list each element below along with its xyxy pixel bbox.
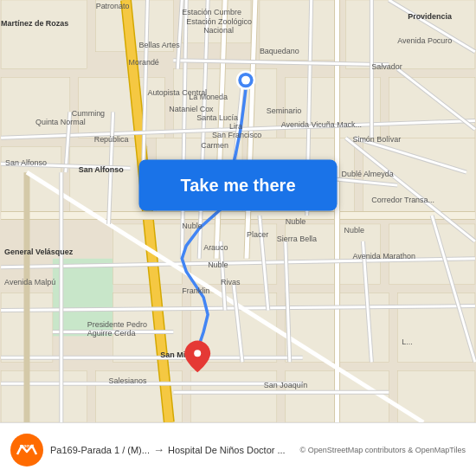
map-label-rivas: Rivas <box>221 278 241 286</box>
arrow-icon: → <box>153 443 164 456</box>
map-label-duble: Dublé Almeyda <box>342 170 394 178</box>
map-label-nuble: Nuble <box>182 222 202 230</box>
app: Providencia Avenida Pocuro Salvador Simó… <box>0 0 476 476</box>
svg-rect-6 <box>1 78 70 138</box>
map-label-santa-lucia: Santa Lucía <box>196 113 238 122</box>
map-label-corredor: Corredor Transa... <box>371 196 434 204</box>
map-label-nuble2: Nuble <box>286 217 306 226</box>
moovit-logo: moovit <box>10 434 43 466</box>
map-label-baquedano: Baquedano <box>260 47 299 55</box>
map-label-la-moneda: La Moneda <box>189 93 228 101</box>
take-me-there-button[interactable]: Take me there <box>138 160 337 211</box>
map-label-salesianos: Salesianos <box>109 376 147 385</box>
route-info: Pa169-Parada 1 / (M)... → Hospital De Ni… <box>50 443 293 456</box>
svg-rect-5 <box>345 0 474 69</box>
map-label-aguirre: Aguirre Cerda <box>87 329 136 338</box>
bottom-bar: moovit Pa169-Parada 1 / (M)... → Hospita… <box>0 422 476 476</box>
svg-rect-10 <box>389 78 475 138</box>
svg-point-96 <box>10 434 43 466</box>
map-label-malpú: Avenida Malpú <box>4 278 55 286</box>
map-label-republica: República <box>94 135 129 144</box>
dest-marker-inner <box>194 350 201 357</box>
svg-rect-25 <box>1 370 87 422</box>
map-label-morande: Morandé <box>129 58 159 67</box>
map-label-pocuro: Avenida Pocuro <box>397 36 452 45</box>
map-label-estacion-cumbre: Estación Cumbre <box>182 8 241 16</box>
map-label-carmen: Carmen <box>201 141 228 150</box>
map-label-sierra: Sierra Bella <box>277 235 317 243</box>
map-label-general-velasquez: General Velásquez <box>4 248 74 256</box>
svg-rect-27 <box>190 370 277 422</box>
map-label-providencia: Providencia <box>408 12 453 21</box>
origin-marker-inner <box>241 76 250 85</box>
origin-text: Pa169-Parada 1 / (M)... <box>50 445 150 455</box>
map-label-quinta: Quinta Normal <box>35 118 86 126</box>
osm-attribution: © OpenStreetMap contributors & OpenMapTi… <box>300 446 466 454</box>
map-label-san-francisco: San Francisco <box>212 131 261 139</box>
destination-text: Hospital De Niños Doctor ... <box>168 445 286 455</box>
map-label-franklin: Franklin <box>182 286 209 295</box>
map-container: Providencia Avenida Pocuro Salvador Simó… <box>0 0 476 422</box>
map-label-presidente: Presidente Pedro <box>87 320 147 329</box>
map-label-san-alfonso2: San Alfonso <box>79 165 124 174</box>
map-label-simon-bolivar: Simón Bolívar <box>352 135 401 144</box>
map-label-estacion-zoo: Estación Zoológico <box>186 17 252 26</box>
map-label-san-joaquin: San Joaquín <box>264 381 307 389</box>
map-label-martinez: Martínez de Rozas <box>1 19 68 28</box>
map-label-nacional: Nacional <box>203 26 234 35</box>
map-label-patronato: Patronato <box>96 2 130 10</box>
map-label-salvador: Salvador <box>371 62 402 71</box>
map-label-lira: Lira <box>229 122 242 131</box>
svg-rect-11 <box>1 146 61 215</box>
map-label-seminario: Seminario <box>267 106 301 115</box>
map-label-nataniel: Nataniel Cox <box>169 105 214 113</box>
map-label-cumming: Cumming <box>72 109 105 118</box>
map-label-placer: Placer <box>247 230 268 239</box>
map-svg: Providencia Avenida Pocuro Salvador Simó… <box>0 0 476 422</box>
map-label-nuble-r: Nuble <box>344 226 363 235</box>
map-label-arauco: Arauco <box>203 243 228 252</box>
map-label-macula: L... <box>402 338 412 346</box>
map-label-nuble3: Nuble <box>208 261 228 269</box>
map-label-san-alfonso: San Alfonso <box>5 158 47 167</box>
svg-rect-1 <box>1 0 87 69</box>
map-label-bellas-artes: Bellas Artes <box>138 41 180 49</box>
map-label-vicuna: Avenida Vicuña Mack... <box>281 120 362 129</box>
map-label-marathon: Avenida Marathon <box>352 252 415 261</box>
svg-rect-7 <box>79 78 165 138</box>
